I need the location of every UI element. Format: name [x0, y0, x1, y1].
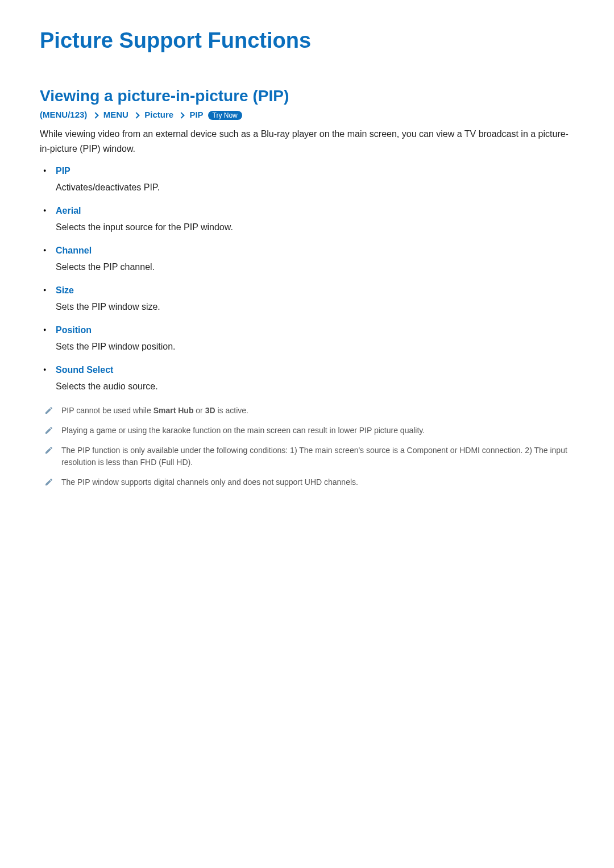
item-title: Size	[56, 285, 574, 296]
list-item: Size Sets the PIP window size.	[56, 285, 574, 314]
paren-close: )	[84, 110, 87, 119]
breadcrumb: (MENU/123) MENU Picture PIP Try Now	[40, 110, 574, 120]
note-span: PIP cannot be used while	[61, 406, 154, 415]
item-title: Aerial	[56, 206, 574, 216]
note-span: is active.	[215, 406, 248, 415]
item-desc: Activates/deactivates PIP.	[56, 181, 574, 194]
note-text: Playing a game or using the karaoke func…	[61, 425, 574, 437]
list-item: Position Sets the PIP window position.	[56, 325, 574, 354]
item-title: PIP	[56, 166, 574, 176]
pencil-icon	[44, 446, 53, 455]
note-item: The PIP function is only available under…	[44, 445, 574, 468]
notes-section: PIP cannot be used while Smart Hub or 3D…	[40, 405, 574, 488]
item-desc: Selects the input source for the PIP win…	[56, 221, 574, 234]
pencil-icon	[44, 477, 53, 487]
pencil-icon	[44, 426, 53, 435]
item-list: PIP Activates/deactivates PIP. Aerial Se…	[40, 166, 574, 393]
note-item: PIP cannot be used while Smart Hub or 3D…	[44, 405, 574, 417]
pencil-icon	[44, 406, 53, 415]
intro-text: While viewing video from an external dev…	[40, 127, 574, 156]
note-text: The PIP window supports digital channels…	[61, 476, 574, 488]
page-title: Picture Support Functions	[40, 28, 574, 53]
note-text: PIP cannot be used while Smart Hub or 3D…	[61, 405, 574, 417]
item-title: Position	[56, 325, 574, 335]
note-item: Playing a game or using the karaoke func…	[44, 425, 574, 437]
note-text: The PIP function is only available under…	[61, 445, 574, 468]
list-item: PIP Activates/deactivates PIP.	[56, 166, 574, 194]
note-em: Smart Hub	[154, 406, 194, 415]
breadcrumb-part-picture: Picture	[144, 110, 173, 119]
try-now-badge[interactable]: Try Now	[208, 111, 242, 120]
list-item: Sound Select Selects the audio source.	[56, 365, 574, 393]
breadcrumb-part-menu: MENU	[103, 110, 128, 119]
item-desc: Sets the PIP window size.	[56, 300, 574, 314]
note-item: The PIP window supports digital channels…	[44, 476, 574, 488]
item-desc: Sets the PIP window position.	[56, 340, 574, 354]
item-title: Channel	[56, 246, 574, 256]
item-title: Sound Select	[56, 365, 574, 375]
note-span: or	[193, 406, 205, 415]
list-item: Aerial Selects the input source for the …	[56, 206, 574, 234]
chevron-right-icon	[92, 112, 98, 118]
note-em: 3D	[205, 406, 215, 415]
item-desc: Selects the audio source.	[56, 380, 574, 393]
item-desc: Selects the PIP channel.	[56, 260, 574, 274]
list-item: Channel Selects the PIP channel.	[56, 246, 574, 274]
chevron-right-icon	[179, 112, 185, 118]
breadcrumb-part-menu123: MENU/123	[43, 110, 84, 119]
breadcrumb-part-pip: PIP	[189, 110, 203, 119]
section-title: Viewing a picture-in-picture (PIP)	[40, 87, 574, 105]
chevron-right-icon	[133, 112, 139, 118]
